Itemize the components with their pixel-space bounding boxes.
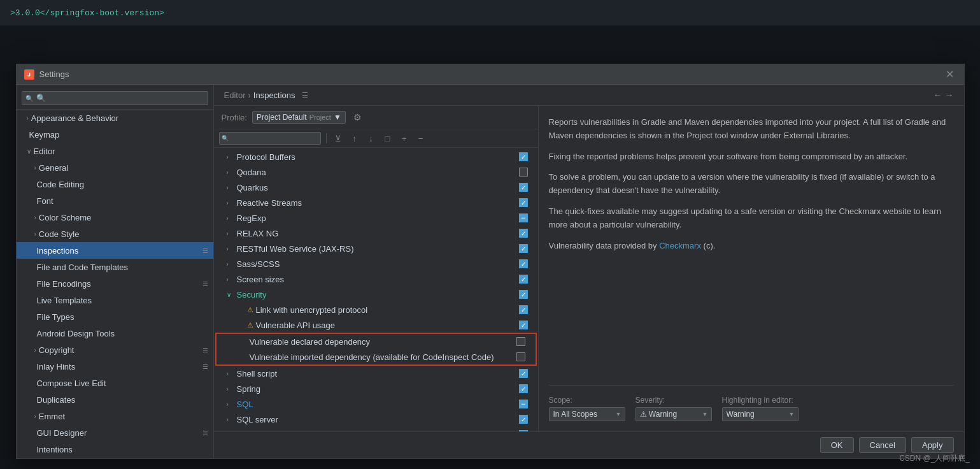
tree-item-vulnerable-api[interactable]: ⚠ Vulnerable API usage ✓ (214, 317, 538, 333)
tree-arrow: › (227, 169, 234, 176)
profile-select[interactable]: Project Default Project ▼ (252, 111, 346, 124)
item-checkbox[interactable]: ✓ (519, 198, 528, 207)
tree-item-relax-ng[interactable]: › RELAX NG ✓ (214, 226, 538, 241)
item-checkbox[interactable]: ✓ (519, 321, 528, 329)
sidebar-item-keymap[interactable]: Keymap (17, 126, 213, 143)
close-button[interactable]: ✕ (944, 68, 956, 81)
item-checkbox[interactable]: ✓ (519, 275, 528, 284)
sidebar-item-label: Emmet (39, 412, 65, 421)
inspection-tree: › Protocol Buffers ✓ › Qodana › (214, 148, 538, 431)
sidebar-item-file-types[interactable]: File Types (17, 308, 213, 325)
expand-arrow: › (27, 115, 29, 122)
item-checkbox[interactable]: ✓ (519, 305, 528, 314)
sidebar-item-inspections[interactable]: Inspections ☰ (17, 242, 213, 259)
breadcrumb-menu-icon[interactable]: ☰ (302, 91, 308, 99)
sidebar-item-compose-live-edit[interactable]: Compose Live Edit (17, 375, 213, 391)
sidebar-item-editor[interactable]: ∨ Editor (17, 143, 213, 159)
item-checkbox[interactable]: ✓ (519, 384, 528, 393)
down-button[interactable]: ↓ (365, 132, 378, 145)
item-label: Screen sizes (237, 275, 519, 284)
tree-item-vulnerable-imported[interactable]: Vulnerable imported dependency (availabl… (217, 349, 536, 364)
settings-sidebar: › Appearance & Behavior Keymap ∨ Editor … (17, 85, 214, 458)
checkmarx-link[interactable]: Checkmarx (659, 241, 701, 250)
sidebar-item-duplicates[interactable]: Duplicates (17, 391, 213, 408)
tree-arrow: › (227, 261, 234, 268)
sidebar-item-appearance[interactable]: › Appearance & Behavior (17, 110, 213, 126)
sidebar-item-live-templates[interactable]: Live Templates (17, 292, 213, 308)
item-checkbox[interactable] (516, 352, 525, 361)
sidebar-item-font[interactable]: Font (17, 192, 213, 209)
severity-field: Severity: ⚠ Warning (636, 396, 712, 421)
sidebar-item-label: Keymap (29, 130, 60, 140)
tree-item-shell-script[interactable]: › Shell script ✓ (214, 366, 538, 381)
highlighting-select[interactable]: Warning (722, 407, 799, 421)
apply-button[interactable]: Apply (911, 437, 954, 453)
item-checkbox[interactable]: ✓ (519, 183, 528, 192)
item-label: Vulnerable API usage (256, 321, 519, 330)
item-checkbox[interactable]: ✓ (519, 290, 528, 299)
expand-button[interactable]: □ (381, 132, 394, 145)
sidebar-item-color-scheme[interactable]: › Color Scheme (17, 209, 213, 226)
sidebar-item-inlay-hints[interactable]: Inlay Hints ☰ (17, 358, 213, 375)
forward-arrow[interactable]: → (945, 90, 954, 100)
settings-icon: ☰ (202, 429, 208, 437)
tree-item-sql[interactable]: › SQL − (214, 396, 538, 412)
tree-item-reactive-streams[interactable]: › Reactive Streams ✓ (214, 195, 538, 210)
tree-item-link-unencrypted[interactable]: ⚠ Link with unencrypted protocol ✓ (214, 302, 538, 317)
sidebar-item-file-code-templates[interactable]: File and Code Templates (17, 259, 213, 275)
ok-button[interactable]: OK (820, 437, 854, 453)
severity-select[interactable]: ⚠ Warning (636, 407, 712, 421)
item-checkbox[interactable] (519, 168, 528, 177)
filter-button[interactable]: ⊻ (332, 132, 344, 145)
cancel-button[interactable]: Cancel (859, 437, 906, 453)
item-checkbox[interactable]: ✓ (519, 259, 528, 268)
settings-icon: ☰ (202, 347, 208, 354)
sidebar-item-label: File Types (37, 312, 75, 322)
sidebar-item-code-editing[interactable]: Code Editing (17, 176, 213, 192)
tree-arrow: › (227, 276, 234, 283)
item-checkbox[interactable]: ✓ (519, 244, 528, 253)
expand-arrow: › (34, 231, 36, 238)
add-button[interactable]: + (398, 132, 411, 145)
item-checkbox[interactable]: ✓ (519, 415, 528, 424)
item-checkbox[interactable]: ✓ (519, 152, 528, 161)
tree-item-sql-server[interactable]: › SQL server ✓ (214, 412, 538, 427)
tree-item-spring[interactable]: › Spring ✓ (214, 381, 538, 396)
gear-button[interactable]: ⚙ (353, 112, 362, 122)
sidebar-item-language-injections[interactable]: › Language Injections ☰ (17, 458, 213, 458)
sidebar-item-copyright[interactable]: › Copyright ☰ (17, 342, 213, 358)
tree-item-screen-sizes[interactable]: › Screen sizes ✓ (214, 271, 538, 287)
sidebar-search-input[interactable] (22, 91, 208, 105)
item-checkbox[interactable]: − (519, 213, 528, 222)
dialog-title: Settings (39, 69, 69, 79)
tree-item-regexp[interactable]: › RegExp − (214, 210, 538, 226)
highlighting-select-wrapper: Warning (722, 407, 799, 421)
sidebar-item-file-encodings[interactable]: File Encodings ☰ (17, 275, 213, 292)
sidebar-item-code-style[interactable]: › Code Style (17, 226, 213, 242)
item-checkbox[interactable] (516, 337, 525, 346)
item-checkbox[interactable]: − (519, 400, 528, 408)
tree-item-restful[interactable]: › RESTful Web Service (JAX-RS) ✓ (214, 241, 538, 256)
sidebar-item-gui-designer[interactable]: GUI Designer ☰ (17, 424, 213, 441)
tree-item-thymeleaf[interactable]: › Thymeleaf ✓ (214, 427, 538, 431)
back-arrow[interactable]: ← (934, 90, 942, 100)
sidebar-item-label: Inspections (37, 246, 79, 256)
sidebar-item-general[interactable]: › General (17, 159, 213, 176)
profile-label: Profile: (222, 113, 247, 122)
tree-item-qodana[interactable]: › Qodana (214, 164, 538, 180)
tree-item-protocol-buffers[interactable]: › Protocol Buffers ✓ (214, 149, 538, 164)
tree-item-quarkus[interactable]: › Quarkus ✓ (214, 180, 538, 195)
tree-arrow: › (227, 370, 234, 377)
inspection-search-input[interactable] (219, 132, 321, 145)
sidebar-item-intentions[interactable]: Intentions (17, 441, 213, 458)
tree-item-vulnerable-declared[interactable]: Vulnerable declared dependency (217, 334, 536, 349)
sidebar-item-android-design[interactable]: Android Design Tools (17, 325, 213, 342)
item-checkbox[interactable]: ✓ (519, 229, 528, 238)
scope-select[interactable]: In All Scopes (549, 407, 625, 421)
up-button[interactable]: ↑ (348, 132, 361, 145)
item-checkbox[interactable]: ✓ (519, 369, 528, 378)
tree-item-security[interactable]: ∨ Security ✓ (214, 287, 538, 302)
tree-item-sass[interactable]: › Sass/SCSS ✓ (214, 256, 538, 271)
remove-button[interactable]: − (415, 132, 427, 145)
sidebar-item-emmet[interactable]: › Emmet (17, 408, 213, 424)
